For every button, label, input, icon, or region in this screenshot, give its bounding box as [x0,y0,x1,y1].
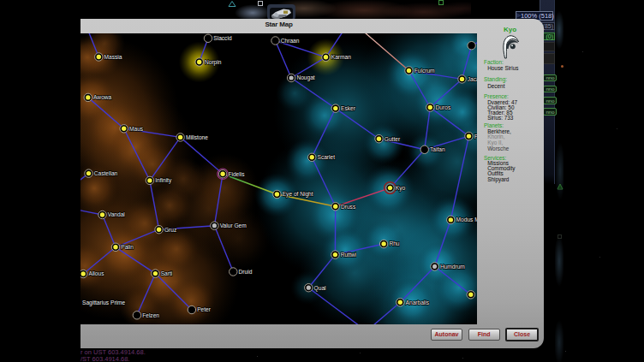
svg-text:Qual: Qual [314,285,326,292]
svg-text:Druid: Druid [239,269,253,275]
svg-text:Slaccid: Slaccid [213,35,232,41]
svg-text:Gutter: Gutter [385,136,401,142]
svg-text:Maus: Maus [129,126,144,132]
svg-text:Norpin: Norpin [205,59,222,66]
svg-text:Fulcrum: Fulcrum [414,68,435,74]
svg-text:Sarti: Sarti [161,270,173,276]
svg-text:Felzen: Felzen [142,312,159,318]
svg-text:Eye of Night: Eye of Night [283,191,313,198]
svg-text:Castellan: Castellan [94,170,118,176]
svg-text:Druss: Druss [341,204,356,210]
svg-text:Duros: Duros [436,104,451,110]
svg-text:Jacare: Jacare [468,76,477,82]
svg-text:Nougat: Nougat [296,74,314,81]
svg-text:Kyo: Kyo [396,185,406,192]
svg-text:Infinity: Infinity [155,177,172,184]
svg-text:Gruz: Gruz [164,227,176,233]
svg-text:Humdrum: Humdrum [440,264,465,270]
svg-text:Peter: Peter [197,306,212,312]
svg-text:Palin: Palin [121,244,134,250]
svg-text:Sagittarius Prime: Sagittarius Prime [82,300,126,306]
svg-text:Scarlet: Scarlet [318,154,336,160]
svg-text:Rhu: Rhu [389,240,399,246]
svg-text:Awowa: Awowa [93,94,111,100]
svg-text:Millstone: Millstone [186,134,208,140]
svg-text:Fidelis: Fidelis [228,171,245,177]
svg-text:Allous: Allous [89,270,105,276]
svg-text:Karman: Karman [331,54,351,60]
svg-text:Taifan: Taifan [430,146,445,152]
svg-text:Vandal: Vandal [108,211,126,217]
svg-text:Anarbalis: Anarbalis [406,300,430,306]
svg-text:Modus Manis: Modus Manis [456,217,477,223]
svg-text:Massia: Massia [104,54,122,60]
svg-text:Valur Gem: Valur Gem [220,223,247,228]
svg-text:Esker: Esker [341,105,356,111]
svg-text:Chraan: Chraan [281,38,300,44]
svg-text:Ruttwi: Ruttwi [341,252,357,258]
